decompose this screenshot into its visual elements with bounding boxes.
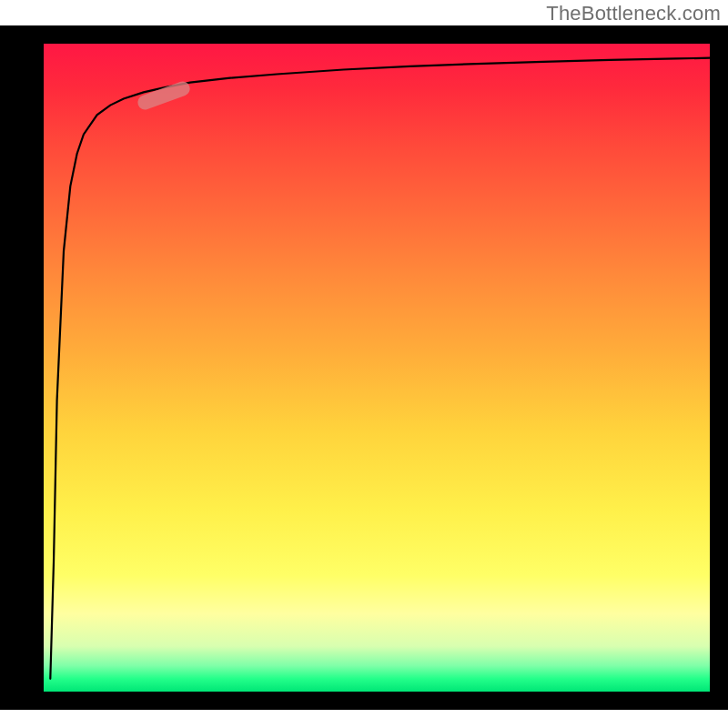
- axis-frame-left: [0, 25, 44, 710]
- axis-frame-top: [0, 25, 728, 44]
- chart-stage: TheBottleneck.com: [0, 0, 728, 728]
- axis-frame-bottom: [0, 692, 728, 710]
- watermark-text: TheBottleneck.com: [546, 2, 721, 25]
- curve-layer: [44, 44, 710, 692]
- bottleneck-curve: [50, 58, 710, 679]
- axis-frame-right: [710, 25, 728, 710]
